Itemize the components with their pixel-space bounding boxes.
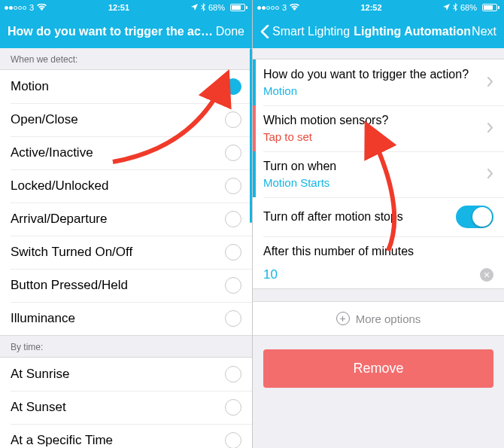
- option-label: Locked/Unlocked: [11, 178, 225, 194]
- navbar: How do you want to trigger the action? D…: [0, 15, 252, 48]
- chevron-right-icon: [487, 76, 493, 90]
- option-label: Motion: [11, 79, 225, 94]
- trigger-option-motion[interactable]: Motion: [0, 70, 252, 103]
- row-title: How do you want to trigger the action?: [263, 68, 493, 81]
- row-value: Tap to set: [263, 130, 493, 143]
- battery-label: 68%: [208, 3, 225, 12]
- row-title: Turn on when: [263, 160, 493, 173]
- option-label: Active/Inactive: [11, 145, 225, 160]
- signal-dots: [5, 6, 26, 10]
- radio-icon: [225, 111, 241, 128]
- section-header: By time:: [0, 336, 252, 357]
- settings-card: How do you want to trigger the action? M…: [253, 59, 504, 289]
- phone-left: 3 12:51 68% How do you want to trigger t…: [0, 0, 252, 448]
- row-value: Motion Starts: [263, 176, 493, 189]
- battery-icon: [228, 4, 247, 11]
- content[interactable]: How do you want to trigger the action? M…: [253, 48, 504, 448]
- option-label: At Sunset: [11, 400, 225, 415]
- radio-icon: [225, 432, 241, 448]
- status-time: 12:51: [47, 3, 191, 12]
- chevron-right-icon: [487, 168, 493, 181]
- plus-icon: +: [336, 312, 350, 325]
- option-label: Arrival/Departure: [11, 212, 225, 227]
- trigger-option-open-close[interactable]: Open/Close: [0, 103, 252, 136]
- minutes-value: 10: [263, 267, 480, 282]
- radio-icon: [225, 399, 241, 416]
- status-left: 3: [257, 3, 299, 12]
- row-title: Which motion sensors?: [263, 114, 493, 127]
- sensors-row[interactable]: Which motion sensors? Tap to set: [253, 105, 504, 151]
- navbar: Smart Lighting Lighting Automation Next: [253, 15, 504, 48]
- trigger-option-illuminance[interactable]: Illuminance: [0, 302, 252, 335]
- page-title: Lighting Automation: [353, 25, 472, 38]
- phone-right: 3 12:52 68% Smart Lighting Lighting Auto…: [252, 0, 504, 448]
- stripe-indicator: [253, 59, 256, 105]
- battery-label: 68%: [460, 3, 477, 12]
- row-value: Motion: [263, 84, 493, 97]
- status-bar: 3 12:52 68%: [253, 0, 504, 15]
- chevron-left-icon: [260, 25, 269, 39]
- option-label: At a Specific Time: [11, 433, 225, 448]
- radio-icon: [225, 366, 241, 382]
- carrier-label: 3: [282, 3, 287, 12]
- wifi-icon: [37, 3, 47, 12]
- minutes-label-row: After this number of minutes: [253, 236, 504, 261]
- section-header: When we detect:: [0, 48, 252, 69]
- toggle-switch[interactable]: [456, 206, 493, 228]
- trigger-option-arrival-departure[interactable]: Arrival/Departure: [0, 203, 252, 236]
- trigger-option-specific-time[interactable]: At a Specific Time: [0, 424, 252, 448]
- trigger-option-locked-unlocked[interactable]: Locked/Unlocked: [0, 169, 252, 203]
- group-detect: Motion Open/Close Active/Inactive Locked…: [0, 69, 252, 336]
- option-label: At Sunrise: [11, 367, 225, 382]
- bluetooth-icon: [453, 3, 457, 13]
- radio-icon: [225, 310, 241, 327]
- status-right: 68%: [443, 3, 499, 13]
- more-options-button[interactable]: + More options: [253, 301, 504, 336]
- status-time: 12:52: [299, 3, 443, 12]
- trigger-option-switch[interactable]: Switch Turned On/Off: [0, 236, 252, 269]
- option-label: Button Pressed/Held: [11, 278, 225, 293]
- option-label: Illuminance: [11, 311, 225, 326]
- option-label: Open/Close: [11, 112, 225, 127]
- minutes-input-row[interactable]: 10 ×: [253, 261, 504, 288]
- stripe-indicator: [253, 105, 256, 151]
- trigger-option-button[interactable]: Button Pressed/Held: [0, 269, 252, 302]
- radio-icon: [225, 277, 241, 294]
- signal-dots: [257, 6, 279, 10]
- turn-on-row[interactable]: Turn on when Motion Starts: [253, 151, 504, 197]
- more-options-label: More options: [356, 312, 421, 325]
- clear-icon[interactable]: ×: [480, 268, 493, 282]
- back-button[interactable]: Smart Lighting: [260, 25, 350, 39]
- row-title: Turn off after motion stops: [263, 210, 456, 224]
- status-left: 3: [5, 3, 47, 12]
- next-button[interactable]: Next: [472, 25, 496, 38]
- radio-icon: [225, 78, 241, 95]
- trigger-option-sunset[interactable]: At Sunset: [0, 391, 252, 424]
- done-button[interactable]: Done: [216, 25, 244, 38]
- radio-icon: [225, 178, 241, 194]
- radio-icon: [225, 244, 241, 261]
- trigger-option-active-inactive[interactable]: Active/Inactive: [0, 136, 252, 169]
- toggle-row: Turn off after motion stops: [253, 197, 504, 236]
- remove-label: Remove: [353, 361, 403, 376]
- bluetooth-icon: [201, 3, 205, 13]
- option-label: Switch Turned On/Off: [11, 245, 225, 260]
- row-title: After this number of minutes: [263, 245, 493, 258]
- stripe-indicator: [253, 151, 256, 197]
- location-icon: [191, 3, 198, 12]
- group-time: At Sunrise At Sunset At a Specific Time: [0, 357, 252, 448]
- trigger-row[interactable]: How do you want to trigger the action? M…: [253, 59, 504, 105]
- radio-icon: [225, 145, 241, 161]
- wifi-icon: [290, 3, 299, 12]
- back-label: Smart Lighting: [272, 25, 350, 38]
- status-right: 68%: [191, 3, 247, 13]
- location-icon: [443, 3, 450, 12]
- chevron-right-icon: [487, 122, 493, 136]
- status-bar: 3 12:51 68%: [0, 0, 252, 15]
- page-title: How do you want to trigger the action?: [8, 25, 216, 38]
- carrier-label: 3: [29, 3, 34, 12]
- radio-icon: [225, 211, 241, 227]
- trigger-option-sunrise[interactable]: At Sunrise: [0, 358, 252, 391]
- content[interactable]: When we detect: Motion Open/Close Active…: [0, 48, 252, 448]
- remove-button[interactable]: Remove: [263, 349, 493, 388]
